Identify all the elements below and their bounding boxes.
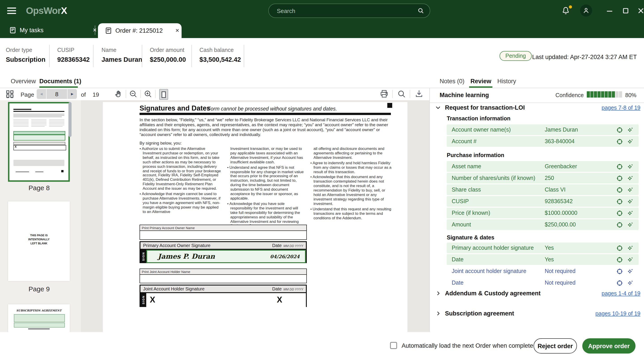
user-avatar[interactable] <box>580 5 592 17</box>
section-addendum-title[interactable]: Addendum & Custody agreement <box>445 290 541 297</box>
field-row-share-class[interactable]: Share class Class VI <box>447 184 639 195</box>
group-signature-dates-heading: Signature & dates <box>447 234 494 241</box>
ai-sparkle-icon[interactable] <box>627 175 634 181</box>
ai-sparkle-icon[interactable] <box>627 245 634 251</box>
locate-crosshair-icon[interactable] <box>616 138 623 145</box>
approve-order-button[interactable]: Approve order <box>582 338 636 353</box>
auto-load-checkbox[interactable] <box>390 342 397 349</box>
single-page-view-icon[interactable] <box>159 89 168 100</box>
section-addendum-pages-link[interactable]: pages 1-4 of 19 <box>602 290 640 297</box>
form-primary-signature-box: Primary Account Owner Signature DateMM D… <box>140 241 307 263</box>
signature-handwriting: James P. Duran <box>158 252 215 260</box>
ai-sparkle-icon[interactable] <box>627 163 634 170</box>
zoom-out-icon[interactable] <box>129 90 138 99</box>
locate-crosshair-icon[interactable] <box>616 175 623 181</box>
ai-sparkle-icon[interactable] <box>627 210 634 216</box>
group-transaction-info-heading: Transaction information <box>447 115 510 122</box>
section-request-loi-pages-link[interactable]: pages 7-8 of 19 <box>602 105 640 111</box>
signature-date-handwriting: 04/26/2024 <box>270 254 300 259</box>
zoom-in-icon[interactable] <box>144 90 152 99</box>
pan-hand-icon[interactable] <box>114 90 122 99</box>
locate-crosshair-icon[interactable] <box>616 163 623 170</box>
locate-crosshair-icon[interactable] <box>616 186 623 193</box>
field-row-primary-signature[interactable]: Primary account holder signature Yes <box>447 243 639 253</box>
cusip-value: 928365342 <box>57 56 90 63</box>
row-value: 250 <box>545 175 616 181</box>
status-badge: Pending <box>500 51 532 61</box>
tab-notes[interactable]: Notes (0) <box>440 78 464 85</box>
field-row-joint-signature[interactable]: Joint account holder signature Not requi… <box>447 266 639 276</box>
section-subscription-title[interactable]: Subscription agreement <box>445 310 514 317</box>
tab-my-tasks-label: My tasks <box>20 27 44 34</box>
window-close-button[interactable] <box>638 8 644 14</box>
field-cash-balance: Cash balance $3,500,542.42 <box>200 47 241 63</box>
field-row-price[interactable]: Price (if known) $1000.00000 <box>447 208 639 218</box>
thumb-blank-line2: INTENTIONALLY <box>8 238 70 242</box>
ai-sparkle-icon[interactable] <box>627 221 634 228</box>
locate-crosshair-icon[interactable] <box>616 245 623 251</box>
locate-crosshair-icon[interactable] <box>616 279 623 286</box>
field-row-asset-name[interactable]: Asset name Greenbacker <box>447 161 639 172</box>
row-value: Greenbacker <box>545 163 616 170</box>
thumbnail-page-8[interactable]: X <box>8 102 70 182</box>
section-request-loi-title[interactable]: Request for transaction-LOI <box>445 104 525 111</box>
global-search-input[interactable]: Search <box>268 4 430 18</box>
ai-sparkle-icon[interactable] <box>627 279 634 286</box>
window-maximize-button[interactable] <box>622 8 629 14</box>
thumbnail-scrollbar[interactable] <box>68 102 72 137</box>
page-prev-button[interactable]: ◄ <box>37 89 46 99</box>
chevron-right-icon[interactable] <box>436 290 441 296</box>
tab-history[interactable]: History <box>497 78 516 85</box>
tab-order-close-icon[interactable]: ✕ <box>175 28 179 33</box>
thumbnail-page-10[interactable]: SUBSCRIPTION AGREEMENT <box>8 304 70 332</box>
tab-my-tasks[interactable]: My tasks ✕ <box>10 27 97 34</box>
page-number-input[interactable]: 8 <box>46 89 68 99</box>
doc-bullet: Acknowledge that you have sole responsib… <box>227 202 304 228</box>
tab-documents[interactable]: Documents (1) <box>39 78 82 85</box>
ai-sparkle-icon[interactable] <box>627 268 634 274</box>
primary-signature-field[interactable]: James P. Duran 04/26/2024 <box>146 250 306 263</box>
field-row-amount[interactable]: Amount $250,000.00 <box>447 219 639 230</box>
field-row-cusip[interactable]: CUSIP 928365342 <box>447 196 639 207</box>
thumbnail-page-9-label[interactable]: Page 9 <box>0 285 78 293</box>
locate-crosshair-icon[interactable] <box>616 221 623 228</box>
page-next-button[interactable]: ► <box>68 89 77 99</box>
ai-sparkle-icon[interactable] <box>627 186 634 193</box>
document-search-icon[interactable] <box>397 90 406 99</box>
form-print-joint-name-box: Print Joint Account Holder Name <box>140 268 307 283</box>
ai-sparkle-icon[interactable] <box>627 138 634 145</box>
locate-crosshair-icon[interactable] <box>616 198 623 205</box>
ai-sparkle-icon[interactable] <box>627 256 634 263</box>
thumbnail-page-9[interactable]: THIS PAGE IS INTENTIONALLY LEFT BLANK <box>8 201 70 281</box>
field-row-joint-date[interactable]: Date Not required <box>447 277 639 288</box>
joint-signature-field[interactable]: X X <box>146 293 306 307</box>
hamburger-menu-icon[interactable] <box>7 7 16 15</box>
tab-order-active[interactable]: Order #: 2125012 ✕ <box>98 23 182 38</box>
ai-sparkle-icon[interactable] <box>627 126 634 133</box>
locate-crosshair-icon[interactable] <box>616 210 623 216</box>
download-icon[interactable] <box>414 90 424 99</box>
field-row-account-owner[interactable]: Account owner name(s) James Duran <box>447 124 639 135</box>
tab-review[interactable]: Review <box>470 78 491 85</box>
ai-sparkle-icon[interactable] <box>627 198 634 205</box>
reject-order-button[interactable]: Reject order <box>534 338 577 353</box>
print-icon[interactable] <box>380 90 389 99</box>
field-row-account-number[interactable]: Account # 363-840004 <box>447 136 639 147</box>
search-icon[interactable] <box>417 7 424 14</box>
tab-overview[interactable]: Overview <box>11 78 36 85</box>
doc-title-rule <box>140 113 391 115</box>
locate-crosshair-icon[interactable] <box>616 268 623 274</box>
section-subscription-pages-link[interactable]: pages 10-19 of 19 <box>595 310 640 317</box>
doc-bullet: Understand that this request and any res… <box>310 207 392 220</box>
page-stepper: ◄ 8 ► <box>37 89 77 99</box>
locate-crosshair-icon[interactable] <box>616 256 623 263</box>
chevron-right-icon[interactable] <box>436 310 441 316</box>
locate-crosshair-icon[interactable] <box>616 126 623 133</box>
thumbnail-page-8-label[interactable]: Page 8 <box>0 184 78 192</box>
field-row-shares-units[interactable]: Number of shares/units (if known) 250 <box>447 173 639 183</box>
thumbnail-grid-icon[interactable] <box>6 90 14 98</box>
chevron-down-icon[interactable] <box>435 105 441 111</box>
window-minimize-button[interactable] <box>606 8 613 14</box>
field-row-primary-date[interactable]: Date Yes <box>447 254 639 265</box>
thumb-recitals-box-1 <box>14 314 65 322</box>
